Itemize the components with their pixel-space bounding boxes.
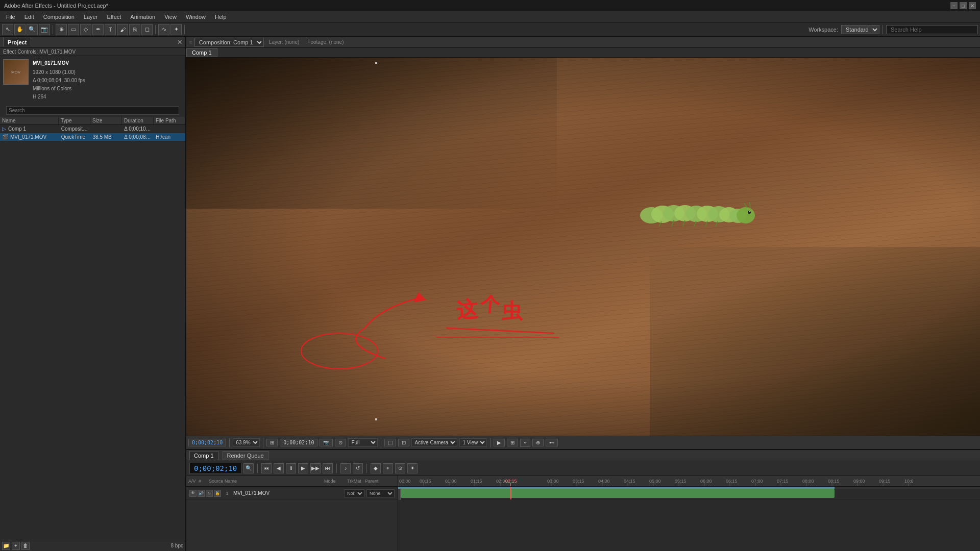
menu-edit[interactable]: Edit — [20, 13, 38, 21]
tool-anchor[interactable]: ⊕ — [56, 24, 67, 35]
motion-btn[interactable]: ⌖ — [520, 439, 530, 447]
effect-controls-tab[interactable]: Effect Controls: MVI_0171.MOV — [0, 48, 185, 56]
menu-file[interactable]: File — [2, 13, 19, 21]
minimize-button[interactable]: − — [950, 2, 958, 9]
tool-eraser[interactable]: ◻ — [141, 24, 153, 35]
menu-help[interactable]: Help — [211, 13, 231, 21]
layer-row[interactable]: 👁 🔊 S 🔓 1 MVI_0171.MOV Nor... None — [186, 487, 398, 500]
search-btn[interactable]: 🔍 — [243, 463, 254, 473]
tl-play-prev[interactable]: ◀ — [274, 463, 284, 473]
new-folder-btn[interactable]: 📁 — [2, 542, 10, 550]
menu-animation[interactable]: Animation — [126, 13, 159, 21]
new-comp-btn[interactable]: + — [12, 542, 20, 550]
comp-selector[interactable]: Composition: Comp 1 — [194, 38, 264, 47]
resolution-select[interactable]: Full Half Third Quarter Auto — [348, 438, 378, 447]
footage-label: Footage: (none) — [304, 39, 347, 45]
transparency-btn[interactable]: ⊡ — [398, 439, 409, 446]
comp-viewer[interactable]: 这 个 虫 — [186, 58, 980, 436]
menu-layer[interactable]: Layer — [80, 13, 102, 21]
tl-loop[interactable]: ↺ — [353, 463, 363, 473]
project-search-input[interactable] — [6, 106, 179, 115]
maximize-button[interactable]: □ — [960, 2, 967, 9]
zoom-select[interactable]: 63.9% — [233, 438, 260, 447]
search-help-input[interactable] — [886, 25, 978, 34]
tool-camera[interactable]: 📷 — [39, 24, 50, 35]
tl-keyframe[interactable]: ◆ — [371, 463, 381, 473]
toggle-btn[interactable]: ⊙ — [335, 439, 346, 446]
project-panel-close[interactable]: ✕ — [177, 39, 182, 46]
snap-btn2[interactable]: ⊷ — [546, 439, 558, 446]
tl-stop[interactable]: ⏸ — [286, 463, 296, 473]
table-row[interactable]: ▷ Comp 1 Compositi...n Δ 0;00;10;00 — [0, 125, 185, 133]
table-row[interactable]: 🎬 MVI_0171.MOV QuickTime 38.5 MB Δ 0;00;… — [0, 133, 185, 141]
tool-select[interactable]: ↖ — [2, 24, 13, 35]
tool-zoom[interactable]: 🔍 — [27, 24, 38, 35]
grid-btn[interactable]: ⊞ — [507, 439, 518, 446]
roi-btn[interactable]: ⬚ — [384, 439, 396, 446]
tool-pen[interactable]: ✒ — [92, 24, 104, 35]
playhead[interactable] — [510, 487, 511, 499]
timeline-header: Comp 1 Render Queue ✕ — [186, 450, 980, 461]
center-panel: ≡ Composition: Comp 1 Layer: (none) Foot… — [186, 37, 980, 551]
menu-window[interactable]: Window — [182, 13, 210, 21]
menu-composition[interactable]: Composition — [39, 13, 79, 21]
caterpillar-svg — [631, 190, 774, 236]
layer-number: 1 — [223, 491, 231, 496]
3d-btn[interactable]: ⊕ — [532, 439, 544, 446]
view-select[interactable]: Active Camera — [411, 438, 457, 447]
sep — [366, 464, 367, 473]
time-display[interactable]: 0;00;02;10 — [189, 463, 241, 474]
time-display-btn[interactable]: 0;00;02;10 — [188, 439, 226, 446]
layer-mode-select[interactable]: Nor... — [344, 489, 364, 497]
menu-view[interactable]: View — [160, 13, 181, 21]
tl-motion[interactable]: ⌖ — [383, 463, 393, 473]
file-info-section: MOV MVI_0171.MOV 980 x 551 (1.00) Δ 0;… — [0, 56, 185, 104]
svg-text:00;15: 00;15 — [420, 479, 431, 484]
layer-parent-select[interactable]: None — [366, 489, 395, 497]
tl-play-next[interactable]: ▶▶ — [310, 463, 321, 473]
tool-roto[interactable]: ∿ — [158, 24, 169, 35]
layer-lock-toggle[interactable]: 🔓 — [214, 490, 221, 497]
project-tab[interactable]: Project — [3, 38, 31, 46]
tool-hand[interactable]: ✋ — [14, 24, 26, 35]
file-info-line1: 980 x 551 (1.00) — [33, 68, 85, 77]
tool-clone[interactable]: ⎘ — [129, 24, 140, 35]
tl-play-first[interactable]: ⏮ — [261, 463, 272, 473]
tool-shape[interactable]: ◇ — [80, 24, 91, 35]
tl-solo[interactable]: ✦ — [407, 463, 418, 473]
workspace-select[interactable]: Standard — [841, 25, 879, 34]
layer-audio-toggle[interactable]: 🔊 — [198, 490, 205, 497]
delete-btn[interactable]: 🗑 — [21, 542, 30, 550]
tool-text[interactable]: T — [105, 24, 116, 35]
snap-btn[interactable]: ⊞ — [266, 439, 278, 446]
close-button[interactable]: ✕ — [969, 2, 976, 9]
tl-onion[interactable]: ⊙ — [395, 463, 405, 473]
toolbar-sep1 — [53, 25, 53, 34]
timeline-tab-comp[interactable]: Comp 1 — [189, 451, 218, 460]
layer-clip-bar[interactable] — [401, 489, 835, 498]
layer-label: Layer: (none) — [266, 39, 302, 45]
layer-solo-toggle[interactable]: S — [206, 490, 213, 497]
comp-tab-1[interactable]: Comp 1 — [186, 48, 217, 57]
tool-puppet[interactable]: ✦ — [170, 24, 182, 35]
caterpillar — [631, 190, 774, 236]
tl-audio[interactable]: ♪ — [340, 463, 351, 473]
file-name: MVI_0171.MOV — [33, 59, 85, 67]
render-btn[interactable]: ▶ — [494, 439, 505, 446]
tool-brush[interactable]: 🖌 — [117, 24, 128, 35]
time-code-btn2[interactable]: 0;00;02;10 — [280, 439, 317, 446]
comp-tabs: Comp 1 — [186, 48, 980, 58]
layer-video-toggle[interactable]: 👁 — [189, 490, 197, 497]
tool-mask[interactable]: ▭ — [68, 24, 79, 35]
camera-icon[interactable]: 📷 — [320, 439, 333, 446]
timeline-tab-render[interactable]: Render Queue — [223, 451, 268, 460]
project-panel-bottom-toolbar: 📁 + 🗑 8 bpc — [0, 540, 185, 551]
svg-text:10;0: 10;0 — [904, 479, 914, 484]
svg-point-9 — [737, 207, 755, 223]
svg-line-13 — [749, 202, 750, 208]
tl-play-last[interactable]: ⏭ — [323, 463, 333, 473]
project-table: Name Type Size Duration File Path ▷ Comp… — [0, 117, 185, 540]
view-count-select[interactable]: 1 View — [459, 438, 487, 447]
tl-play[interactable]: ▶ — [298, 463, 308, 473]
menu-effect[interactable]: Effect — [103, 13, 125, 21]
